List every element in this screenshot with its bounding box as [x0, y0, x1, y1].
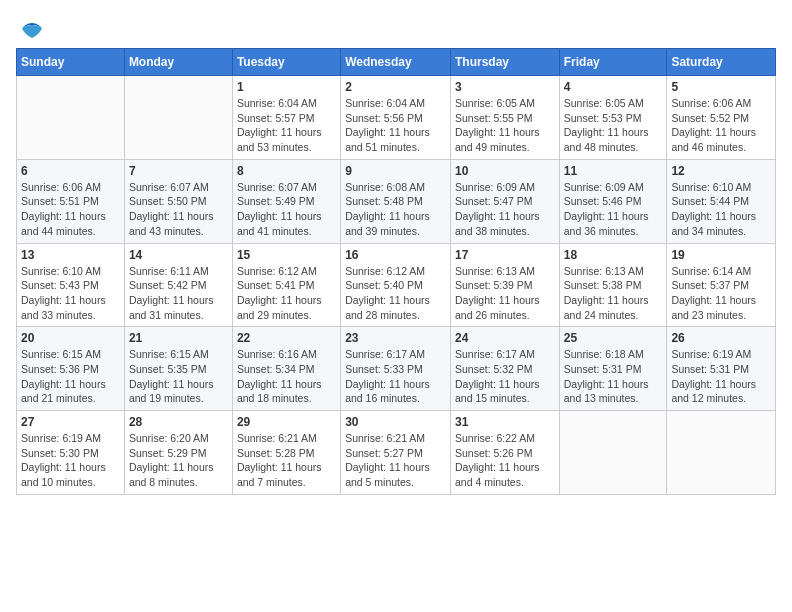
day-number: 12 — [671, 164, 771, 178]
day-number: 28 — [129, 415, 228, 429]
calendar-cell: 21Sunrise: 6:15 AMSunset: 5:35 PMDayligh… — [124, 327, 232, 411]
day-number: 4 — [564, 80, 663, 94]
day-info: Sunrise: 6:17 AMSunset: 5:33 PMDaylight:… — [345, 347, 446, 406]
calendar-cell: 25Sunrise: 6:18 AMSunset: 5:31 PMDayligh… — [559, 327, 667, 411]
calendar-cell: 22Sunrise: 6:16 AMSunset: 5:34 PMDayligh… — [232, 327, 340, 411]
day-info: Sunrise: 6:21 AMSunset: 5:27 PMDaylight:… — [345, 431, 446, 490]
day-number: 21 — [129, 331, 228, 345]
calendar-cell: 17Sunrise: 6:13 AMSunset: 5:39 PMDayligh… — [450, 243, 559, 327]
weekday-header-saturday: Saturday — [667, 49, 776, 76]
day-number: 1 — [237, 80, 336, 94]
day-info: Sunrise: 6:09 AMSunset: 5:46 PMDaylight:… — [564, 180, 663, 239]
calendar-cell: 16Sunrise: 6:12 AMSunset: 5:40 PMDayligh… — [341, 243, 451, 327]
day-number: 22 — [237, 331, 336, 345]
calendar-cell: 15Sunrise: 6:12 AMSunset: 5:41 PMDayligh… — [232, 243, 340, 327]
day-info: Sunrise: 6:13 AMSunset: 5:39 PMDaylight:… — [455, 264, 555, 323]
calendar-cell — [667, 411, 776, 495]
day-info: Sunrise: 6:22 AMSunset: 5:26 PMDaylight:… — [455, 431, 555, 490]
calendar-cell — [17, 76, 125, 160]
calendar-cell: 1Sunrise: 6:04 AMSunset: 5:57 PMDaylight… — [232, 76, 340, 160]
day-info: Sunrise: 6:06 AMSunset: 5:51 PMDaylight:… — [21, 180, 120, 239]
day-number: 31 — [455, 415, 555, 429]
calendar-table: SundayMondayTuesdayWednesdayThursdayFrid… — [16, 48, 776, 495]
day-number: 14 — [129, 248, 228, 262]
calendar-cell: 18Sunrise: 6:13 AMSunset: 5:38 PMDayligh… — [559, 243, 667, 327]
calendar-cell: 8Sunrise: 6:07 AMSunset: 5:49 PMDaylight… — [232, 159, 340, 243]
day-info: Sunrise: 6:07 AMSunset: 5:50 PMDaylight:… — [129, 180, 228, 239]
day-info: Sunrise: 6:16 AMSunset: 5:34 PMDaylight:… — [237, 347, 336, 406]
calendar-cell: 5Sunrise: 6:06 AMSunset: 5:52 PMDaylight… — [667, 76, 776, 160]
calendar-cell: 27Sunrise: 6:19 AMSunset: 5:30 PMDayligh… — [17, 411, 125, 495]
page-header — [16, 16, 776, 40]
day-info: Sunrise: 6:14 AMSunset: 5:37 PMDaylight:… — [671, 264, 771, 323]
calendar-cell — [559, 411, 667, 495]
calendar-cell: 14Sunrise: 6:11 AMSunset: 5:42 PMDayligh… — [124, 243, 232, 327]
day-info: Sunrise: 6:15 AMSunset: 5:35 PMDaylight:… — [129, 347, 228, 406]
day-info: Sunrise: 6:17 AMSunset: 5:32 PMDaylight:… — [455, 347, 555, 406]
calendar-week-2: 6Sunrise: 6:06 AMSunset: 5:51 PMDaylight… — [17, 159, 776, 243]
calendar-cell: 12Sunrise: 6:10 AMSunset: 5:44 PMDayligh… — [667, 159, 776, 243]
weekday-header-monday: Monday — [124, 49, 232, 76]
day-number: 30 — [345, 415, 446, 429]
day-number: 5 — [671, 80, 771, 94]
day-number: 27 — [21, 415, 120, 429]
day-number: 29 — [237, 415, 336, 429]
day-number: 10 — [455, 164, 555, 178]
calendar-cell: 2Sunrise: 6:04 AMSunset: 5:56 PMDaylight… — [341, 76, 451, 160]
day-number: 7 — [129, 164, 228, 178]
day-number: 17 — [455, 248, 555, 262]
day-number: 11 — [564, 164, 663, 178]
calendar-week-3: 13Sunrise: 6:10 AMSunset: 5:43 PMDayligh… — [17, 243, 776, 327]
calendar-cell: 29Sunrise: 6:21 AMSunset: 5:28 PMDayligh… — [232, 411, 340, 495]
day-number: 16 — [345, 248, 446, 262]
calendar-cell — [124, 76, 232, 160]
weekday-header-tuesday: Tuesday — [232, 49, 340, 76]
calendar-cell: 13Sunrise: 6:10 AMSunset: 5:43 PMDayligh… — [17, 243, 125, 327]
calendar-cell: 11Sunrise: 6:09 AMSunset: 5:46 PMDayligh… — [559, 159, 667, 243]
calendar-cell: 30Sunrise: 6:21 AMSunset: 5:27 PMDayligh… — [341, 411, 451, 495]
calendar-cell: 6Sunrise: 6:06 AMSunset: 5:51 PMDaylight… — [17, 159, 125, 243]
day-info: Sunrise: 6:18 AMSunset: 5:31 PMDaylight:… — [564, 347, 663, 406]
weekday-header-wednesday: Wednesday — [341, 49, 451, 76]
calendar-week-4: 20Sunrise: 6:15 AMSunset: 5:36 PMDayligh… — [17, 327, 776, 411]
day-info: Sunrise: 6:12 AMSunset: 5:41 PMDaylight:… — [237, 264, 336, 323]
calendar-cell: 10Sunrise: 6:09 AMSunset: 5:47 PMDayligh… — [450, 159, 559, 243]
day-info: Sunrise: 6:11 AMSunset: 5:42 PMDaylight:… — [129, 264, 228, 323]
day-info: Sunrise: 6:08 AMSunset: 5:48 PMDaylight:… — [345, 180, 446, 239]
calendar-cell: 24Sunrise: 6:17 AMSunset: 5:32 PMDayligh… — [450, 327, 559, 411]
day-info: Sunrise: 6:13 AMSunset: 5:38 PMDaylight:… — [564, 264, 663, 323]
day-info: Sunrise: 6:07 AMSunset: 5:49 PMDaylight:… — [237, 180, 336, 239]
day-number: 20 — [21, 331, 120, 345]
day-number: 8 — [237, 164, 336, 178]
weekday-header-sunday: Sunday — [17, 49, 125, 76]
logo — [16, 16, 44, 40]
day-number: 23 — [345, 331, 446, 345]
day-info: Sunrise: 6:20 AMSunset: 5:29 PMDaylight:… — [129, 431, 228, 490]
calendar-cell: 9Sunrise: 6:08 AMSunset: 5:48 PMDaylight… — [341, 159, 451, 243]
calendar-cell: 23Sunrise: 6:17 AMSunset: 5:33 PMDayligh… — [341, 327, 451, 411]
day-info: Sunrise: 6:05 AMSunset: 5:53 PMDaylight:… — [564, 96, 663, 155]
weekday-header-row: SundayMondayTuesdayWednesdayThursdayFrid… — [17, 49, 776, 76]
logo-icon — [20, 16, 44, 40]
day-info: Sunrise: 6:19 AMSunset: 5:30 PMDaylight:… — [21, 431, 120, 490]
day-number: 13 — [21, 248, 120, 262]
day-number: 6 — [21, 164, 120, 178]
day-info: Sunrise: 6:19 AMSunset: 5:31 PMDaylight:… — [671, 347, 771, 406]
calendar-cell: 28Sunrise: 6:20 AMSunset: 5:29 PMDayligh… — [124, 411, 232, 495]
day-info: Sunrise: 6:10 AMSunset: 5:44 PMDaylight:… — [671, 180, 771, 239]
day-number: 2 — [345, 80, 446, 94]
day-info: Sunrise: 6:06 AMSunset: 5:52 PMDaylight:… — [671, 96, 771, 155]
day-info: Sunrise: 6:15 AMSunset: 5:36 PMDaylight:… — [21, 347, 120, 406]
day-number: 24 — [455, 331, 555, 345]
day-number: 9 — [345, 164, 446, 178]
day-info: Sunrise: 6:04 AMSunset: 5:56 PMDaylight:… — [345, 96, 446, 155]
day-number: 3 — [455, 80, 555, 94]
calendar-cell: 31Sunrise: 6:22 AMSunset: 5:26 PMDayligh… — [450, 411, 559, 495]
day-info: Sunrise: 6:05 AMSunset: 5:55 PMDaylight:… — [455, 96, 555, 155]
day-info: Sunrise: 6:10 AMSunset: 5:43 PMDaylight:… — [21, 264, 120, 323]
weekday-header-thursday: Thursday — [450, 49, 559, 76]
day-number: 18 — [564, 248, 663, 262]
weekday-header-friday: Friday — [559, 49, 667, 76]
calendar-week-5: 27Sunrise: 6:19 AMSunset: 5:30 PMDayligh… — [17, 411, 776, 495]
calendar-cell: 7Sunrise: 6:07 AMSunset: 5:50 PMDaylight… — [124, 159, 232, 243]
